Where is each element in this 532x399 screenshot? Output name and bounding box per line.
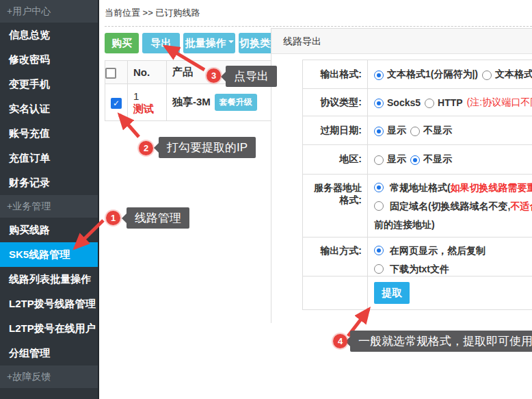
download-txt-label: 下载为txt文件 — [390, 263, 449, 274]
expire-show-label: 显示 — [387, 125, 406, 137]
caret-down-icon — [228, 40, 234, 46]
batch-ops-label: 批量操作 — [185, 37, 226, 49]
column-header-no: No. — [128, 61, 167, 84]
annotation-3-number: 3 — [207, 68, 221, 83]
radio-region-hide[interactable] — [410, 155, 420, 165]
sidebar-filler — [0, 388, 98, 399]
panel-title: 线路导出 — [271, 29, 532, 54]
form-row-region: 地区: 显示 不显示 — [303, 145, 532, 175]
radio-download-txt[interactable] — [374, 264, 384, 274]
fixed-domain-label: 固定域名(切换线路域名不变, — [390, 201, 511, 211]
radio-text-format-1[interactable] — [374, 70, 384, 80]
regular-addr-label: 常规地址格式( — [390, 182, 451, 193]
annotation-1-number: 1 — [106, 211, 120, 225]
row-number: 1 — [133, 90, 166, 103]
annotation-2-number: 2 — [139, 141, 153, 155]
annotation-3-label: 点导出 — [226, 66, 277, 87]
expire-hide-label: 不显示 — [423, 125, 452, 137]
sidebar-item-buy-lines[interactable]: 购买线路 — [0, 218, 98, 242]
form-row-submit: 提取 — [303, 276, 532, 309]
sidebar-item-l2tp-line-management[interactable]: L2TP拨号线路管理 — [0, 292, 98, 316]
sidebar-item-change-password[interactable]: 修改密码 — [0, 47, 98, 72]
radio-regular-addr[interactable] — [374, 183, 384, 192]
radio-http[interactable] — [425, 99, 434, 108]
protocol-note: (注:协议端口不同，选 — [467, 96, 532, 109]
table-row: 1 测试 独享-3M套餐升级 — [105, 84, 271, 121]
annotation-1-label: 线路管理 — [127, 207, 189, 229]
export-button[interactable]: 导出 — [142, 33, 180, 53]
output-mode-label: 输出方式: — [303, 237, 368, 276]
radio-fixed-domain[interactable] — [374, 201, 384, 211]
fixed-domain-label-cont: 前的连接地址) — [374, 216, 532, 234]
extract-button[interactable]: 提取 — [374, 282, 410, 304]
sidebar-item-finance-records[interactable]: 财务记录 — [0, 170, 98, 195]
regular-addr-note: 如果切换线路需要重新导 — [451, 182, 532, 193]
sidebar-item-group-management[interactable]: 分组管理 — [0, 341, 98, 365]
submit-row-label — [303, 276, 368, 309]
sidebar-item-recharge-orders[interactable]: 充值订单 — [0, 146, 98, 170]
text-format-2-label: 文本格式2(分 — [495, 68, 532, 81]
row-tag: 测试 — [133, 103, 166, 115]
sidebar-item-line-batch-ops[interactable]: 线路列表批量操作 — [0, 267, 98, 292]
server-addr-label: 服务器地址格式: — [303, 175, 368, 237]
radio-socks5[interactable] — [374, 99, 384, 108]
radio-region-show[interactable] — [374, 155, 384, 165]
region-show-label: 显示 — [387, 153, 406, 166]
select-all-checkbox[interactable] — [105, 68, 116, 79]
sidebar: +用户中心 信息总览 修改密码 变更手机 实名认证 账号充值 充值订单 财务记录… — [0, 0, 99, 399]
sidebar-section-business[interactable]: +业务管理 — [0, 195, 98, 218]
sidebar-section-user-center[interactable]: +用户中心 — [0, 0, 98, 23]
radio-text-format-2[interactable] — [482, 70, 492, 80]
sidebar-item-sk5-line-management[interactable]: SK5线路管理 — [0, 242, 98, 267]
line-export-panel: 线路导出 输出格式: 文本格式1(分隔符为|) 文本格式2(分 协议类型: So… — [271, 28, 532, 323]
fixed-domain-note: 不适合频繁 — [510, 201, 532, 211]
annotation-2-label: 打勾要提取的IP — [159, 137, 256, 158]
expire-date-label: 过期日期: — [303, 116, 368, 144]
form-row-protocol: 协议类型: Socks5 HTTP (注:协议端口不同，选 — [303, 89, 532, 116]
annotation-4-label: 一般就选常规格式，提取即可使用 — [350, 331, 532, 352]
region-label: 地区: — [303, 145, 368, 174]
sidebar-item-account-recharge[interactable]: 账号充值 — [0, 121, 98, 146]
export-form: 输出格式: 文本格式1(分隔符为|) 文本格式2(分 协议类型: Socks5 … — [302, 60, 532, 310]
form-row-server-addr: 服务器地址格式: 常规地址格式(如果切换线路需要重新导 固定域名(切换线路域名不… — [303, 175, 532, 237]
output-format-label: 输出格式: — [303, 60, 368, 88]
plan-upgrade-badge[interactable]: 套餐升级 — [215, 94, 257, 111]
sidebar-item-realname-auth[interactable]: 实名认证 — [0, 96, 98, 121]
radio-expire-show[interactable] — [374, 127, 384, 136]
radio-show-in-page[interactable] — [374, 246, 384, 255]
buy-button[interactable]: 购买 — [105, 33, 139, 53]
form-row-expire-date: 过期日期: 显示 不显示 — [303, 116, 532, 145]
region-hide-label: 不显示 — [423, 153, 452, 166]
text-format-1-label: 文本格式1(分隔符为|) — [387, 68, 478, 81]
product-name: 独享-3M — [172, 96, 211, 107]
protocol-label: 协议类型: — [303, 89, 368, 116]
form-row-output-mode: 输出方式: 在网页显示，然后复制 下载为txt文件 — [303, 237, 532, 276]
breadcrumb: 当前位置 >> 已订购线路 — [105, 7, 200, 19]
sidebar-item-l2tp-online-users[interactable]: L2TP拨号在线用户 — [0, 316, 98, 341]
separator — [105, 26, 532, 27]
sidebar-item-change-phone[interactable]: 变更手机 — [0, 72, 98, 96]
socks5-label: Socks5 — [387, 97, 421, 108]
row-checkbox[interactable] — [111, 98, 122, 109]
batch-ops-button[interactable]: 批量操作 — [183, 33, 235, 53]
sidebar-item-info-overview[interactable]: 信息总览 — [0, 23, 98, 47]
radio-expire-hide[interactable] — [410, 127, 420, 136]
sidebar-section-fault-feedback[interactable]: +故障反馈 — [0, 365, 98, 388]
form-row-output-format: 输出格式: 文本格式1(分隔符为|) 文本格式2(分 — [303, 60, 532, 89]
http-label: HTTP — [438, 97, 463, 108]
annotation-4-number: 4 — [333, 334, 347, 348]
show-in-page-label: 在网页显示，然后复制 — [390, 245, 486, 256]
